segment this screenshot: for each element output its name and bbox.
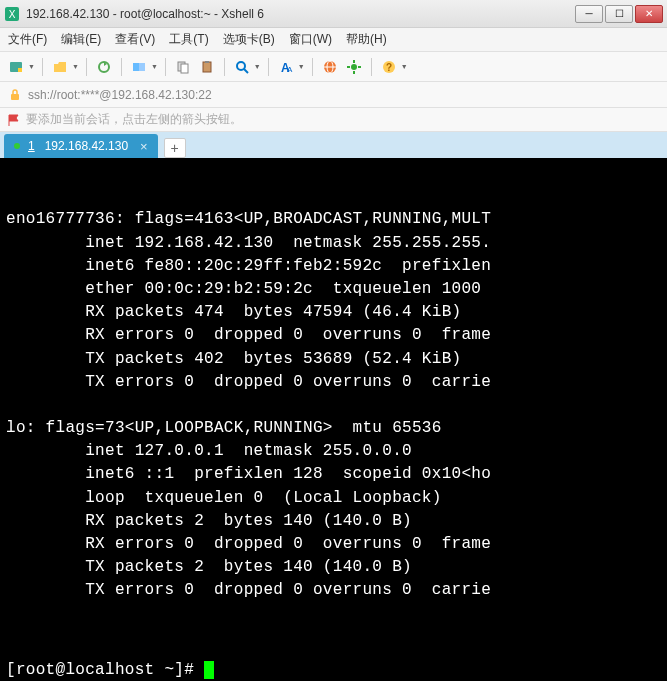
terminal-output: eno16777736: flags=4163<UP,BROADCAST,RUN… — [6, 208, 661, 602]
dropdown-icon[interactable]: ▼ — [72, 63, 79, 70]
status-dot-icon — [14, 143, 20, 149]
svg-rect-25 — [11, 94, 19, 100]
terminal-line: TX errors 0 dropped 0 overruns 0 carrie — [6, 579, 661, 602]
dropdown-icon[interactable]: ▼ — [401, 63, 408, 70]
svg-text:?: ? — [386, 62, 392, 73]
terminal-line: lo: flags=73<UP,LOOPBACK,RUNNING> mtu 65… — [6, 417, 661, 440]
cursor-icon — [204, 661, 214, 679]
globe-icon[interactable] — [320, 57, 340, 77]
tab-index: 1 — [28, 139, 35, 153]
font-icon[interactable]: AA — [276, 57, 296, 77]
separator — [165, 58, 166, 76]
svg-text:A: A — [287, 65, 293, 74]
svg-rect-8 — [181, 64, 188, 73]
svg-rect-5 — [133, 63, 139, 71]
svg-rect-10 — [205, 61, 209, 63]
tabstrip: 1 192.168.42.130 × + — [0, 132, 667, 158]
tab-label: 192.168.42.130 — [45, 139, 128, 153]
app-icon: X — [4, 6, 20, 22]
paste-icon[interactable] — [197, 57, 217, 77]
prompt: [root@localhost ~]# — [6, 661, 204, 679]
close-button[interactable]: ✕ — [635, 5, 663, 23]
menu-tools[interactable]: 工具(T) — [169, 31, 208, 48]
terminal-line — [6, 394, 661, 417]
dropdown-icon[interactable]: ▼ — [298, 63, 305, 70]
svg-point-18 — [351, 64, 357, 70]
terminal-line: inet 192.168.42.130 netmask 255.255.255. — [6, 232, 661, 255]
terminal-line: RX packets 474 bytes 47594 (46.4 KiB) — [6, 301, 661, 324]
dropdown-icon[interactable]: ▼ — [151, 63, 158, 70]
new-session-icon[interactable] — [6, 57, 26, 77]
lock-icon — [8, 88, 22, 102]
address-text[interactable]: ssh://root:****@192.168.42.130:22 — [28, 88, 212, 102]
transfer-icon[interactable] — [129, 57, 149, 77]
terminal[interactable]: eno16777736: flags=4163<UP,BROADCAST,RUN… — [0, 158, 667, 681]
search-icon[interactable] — [232, 57, 252, 77]
svg-rect-9 — [203, 62, 211, 72]
terminal-line: RX errors 0 dropped 0 overruns 0 frame — [6, 533, 661, 556]
menu-help[interactable]: 帮助(H) — [346, 31, 387, 48]
separator — [42, 58, 43, 76]
separator — [312, 58, 313, 76]
terminal-line: loop txqueuelen 0 (Local Loopback) — [6, 487, 661, 510]
flag-icon — [8, 114, 20, 126]
toolbar: ▼ ▼ ▼ ▼ AA ▼ ? ▼ — [0, 52, 667, 82]
menu-edit[interactable]: 编辑(E) — [61, 31, 101, 48]
minimize-button[interactable]: ─ — [575, 5, 603, 23]
terminal-line: RX errors 0 dropped 0 overruns 0 frame — [6, 324, 661, 347]
dropdown-icon[interactable]: ▼ — [254, 63, 261, 70]
svg-rect-6 — [139, 63, 145, 71]
separator — [224, 58, 225, 76]
separator — [371, 58, 372, 76]
terminal-line: RX packets 2 bytes 140 (140.0 B) — [6, 510, 661, 533]
prompt-line: [root@localhost ~]# — [6, 659, 661, 681]
addressbar: ssh://root:****@192.168.42.130:22 — [0, 82, 667, 108]
terminal-line: inet 127.0.0.1 netmask 255.0.0.0 — [6, 440, 661, 463]
reconnect-icon[interactable] — [94, 57, 114, 77]
terminal-line: eno16777736: flags=4163<UP,BROADCAST,RUN… — [6, 208, 661, 231]
svg-rect-3 — [18, 68, 22, 72]
open-icon[interactable] — [50, 57, 70, 77]
dropdown-icon[interactable]: ▼ — [28, 63, 35, 70]
menu-window[interactable]: 窗口(W) — [289, 31, 332, 48]
tab-close-icon[interactable]: × — [140, 139, 148, 154]
separator — [268, 58, 269, 76]
menu-tabs[interactable]: 选项卡(B) — [223, 31, 275, 48]
separator — [121, 58, 122, 76]
svg-point-11 — [237, 62, 245, 70]
session-tab[interactable]: 1 192.168.42.130 × — [4, 134, 158, 158]
window-controls: ─ ☐ ✕ — [575, 5, 663, 23]
terminal-line: TX packets 402 bytes 53689 (52.4 KiB) — [6, 348, 661, 371]
terminal-line: inet6 ::1 prefixlen 128 scopeid 0x10<ho — [6, 463, 661, 486]
terminal-line: ether 00:0c:29:b2:59:2c txqueuelen 1000 — [6, 278, 661, 301]
help-icon[interactable]: ? — [379, 57, 399, 77]
terminal-line: TX errors 0 dropped 0 overruns 0 carrie — [6, 371, 661, 394]
settings-icon[interactable] — [344, 57, 364, 77]
copy-icon[interactable] — [173, 57, 193, 77]
separator — [86, 58, 87, 76]
window-title: 192.168.42.130 - root@localhost:~ - Xshe… — [26, 7, 575, 21]
terminal-line: TX packets 2 bytes 140 (140.0 B) — [6, 556, 661, 579]
terminal-line: inet6 fe80::20c:29ff:feb2:592c prefixlen — [6, 255, 661, 278]
maximize-button[interactable]: ☐ — [605, 5, 633, 23]
svg-line-12 — [244, 69, 248, 73]
titlebar: X 192.168.42.130 - root@localhost:~ - Xs… — [0, 0, 667, 28]
menu-file[interactable]: 文件(F) — [8, 31, 47, 48]
tipbar: 要添加当前会话，点击左侧的箭头按钮。 — [0, 108, 667, 132]
menu-view[interactable]: 查看(V) — [115, 31, 155, 48]
svg-text:X: X — [9, 9, 16, 20]
menubar: 文件(F) 编辑(E) 查看(V) 工具(T) 选项卡(B) 窗口(W) 帮助(… — [0, 28, 667, 52]
tab-add-button[interactable]: + — [164, 138, 186, 158]
tip-text: 要添加当前会话，点击左侧的箭头按钮。 — [26, 111, 242, 128]
